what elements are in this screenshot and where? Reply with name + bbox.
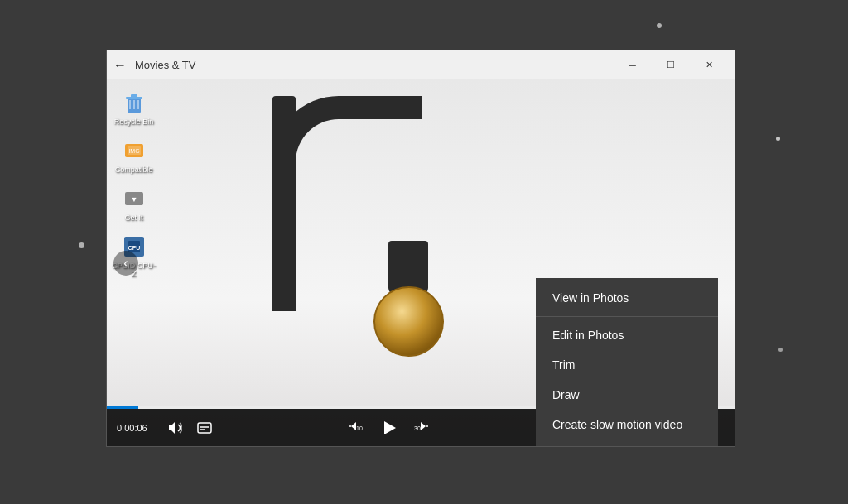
volume-icon: [167, 420, 182, 435]
subtitle-icon: [197, 420, 212, 435]
svg-rect-14: [198, 423, 211, 433]
desktop-icon-recycle[interactable]: Recycle Bin: [107, 86, 161, 129]
context-menu-item-create-slow-motion[interactable]: Create slow motion video: [536, 410, 718, 439]
window-controls: ─ ☐ ✕: [614, 50, 728, 79]
rewind-10-button[interactable]: 10: [343, 415, 369, 441]
lamp-bulb: [373, 286, 444, 357]
play-pause-button[interactable]: [373, 411, 406, 444]
forward-30-icon: 30: [413, 420, 431, 435]
movies-tv-window: ← Movies & TV ─ ☐ ✕: [106, 50, 735, 447]
context-menu-item-edit-in-photos[interactable]: Edit in Photos: [536, 320, 718, 350]
desktop-icon-compatible[interactable]: IMG Compatible: [107, 134, 161, 177]
minimize-button[interactable]: ─: [614, 50, 652, 79]
recycle-bin-label: Recycle Bin: [114, 118, 154, 126]
getit-label: Get It: [124, 214, 142, 222]
maximize-button[interactable]: ☐: [652, 50, 690, 79]
svg-text:10: 10: [356, 425, 363, 431]
svg-rect-2: [131, 94, 137, 98]
subtitle-button[interactable]: [191, 415, 218, 441]
titlebar: ← Movies & TV ─ ☐ ✕: [107, 50, 735, 79]
context-menu-item-view-in-photos[interactable]: View in Photos: [536, 283, 718, 313]
recycle-bin-icon: [121, 89, 147, 116]
window-title: Movies & TV: [135, 59, 614, 71]
volume-button[interactable]: [161, 415, 188, 441]
desktop-icon-getit[interactable]: ▼ Get It: [107, 182, 161, 225]
rewind-10-icon: 10: [347, 420, 365, 435]
forward-30-button[interactable]: 30: [409, 415, 436, 441]
getit-icon: ▼: [121, 185, 147, 212]
lamp-arm-vertical: [272, 96, 296, 311]
play-icon: [381, 420, 398, 436]
svg-text:CPU: CPU: [128, 245, 140, 251]
svg-text:30: 30: [414, 425, 421, 431]
context-menu-item-trim[interactable]: Trim: [536, 350, 718, 380]
context-menu-item-draw[interactable]: Draw: [536, 380, 718, 410]
compatible-icon: IMG: [121, 137, 147, 164]
video-area: Recycle Bin IMG Compatible: [107, 79, 735, 446]
compatible-label: Compatible: [115, 166, 153, 174]
close-button[interactable]: ✕: [690, 50, 728, 79]
context-menu-divider-1: [536, 316, 718, 317]
svg-text:▼: ▼: [130, 195, 137, 204]
svg-marker-18: [384, 421, 396, 434]
back-button[interactable]: ←: [113, 58, 127, 73]
context-menu-item-save-photo[interactable]: Save photo from video: [536, 439, 718, 446]
prev-button[interactable]: ‹: [113, 251, 138, 276]
svg-text:IMG: IMG: [128, 148, 139, 154]
context-menu: View in Photos Edit in Photos Trim Draw …: [536, 278, 718, 446]
chevron-left-icon: ‹: [123, 256, 128, 271]
